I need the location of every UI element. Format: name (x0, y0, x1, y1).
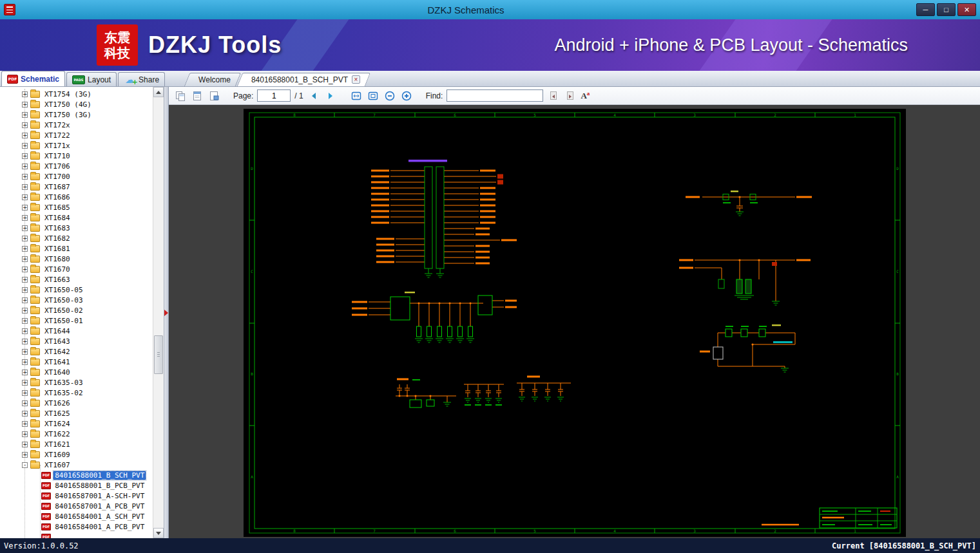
expand-icon[interactable]: + (22, 411, 28, 417)
scrollbar-thumb[interactable] (154, 335, 163, 374)
close-button[interactable]: ✕ (957, 3, 976, 16)
expand-icon[interactable]: + (22, 297, 28, 303)
tree-folder[interactable]: +XT1706 (0, 161, 153, 171)
tree-folder[interactable]: +XT1640 (0, 367, 153, 377)
close-tab-icon[interactable]: × (352, 75, 360, 84)
expand-icon[interactable]: + (22, 164, 28, 169)
expand-icon[interactable]: + (22, 370, 28, 375)
expand-icon[interactable]: + (22, 184, 28, 190)
tree-folder[interactable]: +XT1624 (0, 418, 153, 429)
expand-icon[interactable]: + (22, 174, 28, 180)
find-input[interactable] (447, 89, 543, 102)
tree-folder[interactable]: +XT1680 (0, 254, 153, 264)
tree-folder[interactable]: +XT1642 (0, 346, 153, 357)
expand-icon[interactable]: + (22, 143, 28, 149)
next-page-button[interactable] (324, 89, 337, 102)
tree-folder[interactable]: +XT1625 (0, 408, 153, 418)
tree-folder[interactable]: +XT1621 (0, 439, 153, 449)
tree-folder[interactable]: +XT1686 (0, 192, 153, 202)
prev-page-button[interactable] (307, 89, 320, 102)
collapse-arrow-icon[interactable] (164, 310, 168, 316)
expand-icon[interactable]: + (22, 225, 28, 231)
tree-folder[interactable]: +XT172x (0, 120, 153, 130)
tree-folder[interactable]: +XT1681 (0, 243, 153, 254)
tree-document[interactable]: PDF (0, 532, 153, 538)
expand-icon[interactable]: + (22, 380, 28, 386)
expand-icon[interactable]: + (22, 328, 28, 334)
expand-icon[interactable]: + (22, 431, 28, 437)
multi-page-view-icon[interactable] (191, 89, 204, 102)
tree-folder[interactable]: +XT1635-02 (0, 388, 153, 398)
tree-folder[interactable]: +XT1626 (0, 398, 153, 408)
expand-icon[interactable]: + (22, 318, 28, 324)
expand-icon[interactable]: + (22, 246, 28, 252)
expand-icon[interactable]: + (22, 277, 28, 283)
tree-folder[interactable]: +XT1622 (0, 429, 153, 439)
expand-icon[interactable]: + (22, 267, 28, 272)
app-tab-schematic[interactable]: PDFSchematic (1, 71, 65, 86)
tree-folder[interactable]: +XT1684 (0, 212, 153, 223)
tree-folder[interactable]: +XT1609 (0, 449, 153, 460)
doc-tab[interactable]: Welcome (187, 73, 238, 86)
tree-folder[interactable]: +XT1663 (0, 274, 153, 285)
tree-folder[interactable]: +XT1650-05 (0, 285, 153, 295)
expand-icon[interactable]: + (22, 153, 28, 159)
scroll-down-button[interactable] (153, 528, 164, 538)
expand-icon[interactable]: + (22, 287, 28, 293)
expand-icon[interactable]: + (22, 215, 28, 221)
tree-folder[interactable]: +XT1650-03 (0, 295, 153, 305)
panel-splitter[interactable] (164, 87, 169, 538)
tree-folder[interactable]: +XT1700 (0, 171, 153, 182)
maximize-button[interactable]: □ (937, 3, 956, 16)
app-tab-share[interactable]: ☁Share (118, 72, 165, 86)
tree-document[interactable]: PDF84016584001_A_PCB_PVT (0, 521, 153, 532)
app-tab-layout[interactable]: PADSLayout (66, 72, 117, 86)
collapse-icon[interactable]: - (22, 462, 28, 468)
expand-icon[interactable]: + (22, 102, 28, 108)
tree-document[interactable]: PDF84016587001_A_PCB_PVT (0, 501, 153, 511)
tree-folder[interactable]: +XT1710 (0, 151, 153, 161)
expand-icon[interactable]: + (22, 421, 28, 427)
tree-folder[interactable]: +XT1650-02 (0, 305, 153, 315)
tree-folder[interactable]: +XT171x (0, 140, 153, 151)
expand-icon[interactable]: + (22, 205, 28, 211)
expand-icon[interactable]: + (22, 349, 28, 355)
expand-icon[interactable]: + (22, 133, 28, 138)
scroll-up-button[interactable] (153, 87, 164, 97)
tree-folder[interactable]: +XT1685 (0, 202, 153, 212)
expand-icon[interactable]: + (22, 236, 28, 241)
expand-icon[interactable]: + (22, 442, 28, 447)
snapshot-icon[interactable] (207, 89, 220, 102)
fit-width-button[interactable] (350, 89, 363, 102)
tree-folder[interactable]: +XT1682 (0, 233, 153, 243)
tree-folder[interactable]: +XT1635-03 (0, 377, 153, 388)
tree-folder[interactable]: +XT1750 (3G) (0, 109, 153, 120)
expand-icon[interactable]: + (22, 122, 28, 128)
expand-icon[interactable]: + (22, 339, 28, 344)
tree-document[interactable]: PDF84016584001_A_SCH_PVT (0, 511, 153, 521)
tree-scrollbar[interactable] (153, 87, 164, 538)
zoom-out-button[interactable] (383, 89, 396, 102)
fit-page-button[interactable] (367, 89, 380, 102)
tree-document[interactable]: PDF84016587001_A-SCH-PVT (0, 491, 153, 501)
tree-folder[interactable]: +XT1641 (0, 357, 153, 367)
page-number-input[interactable] (257, 89, 291, 102)
expand-icon[interactable]: + (22, 390, 28, 396)
expand-icon[interactable]: + (22, 256, 28, 262)
tree-document[interactable]: PDF84016588001_B_SCH_PVT (0, 470, 153, 480)
tree-folder[interactable]: +XT1722 (0, 130, 153, 140)
copy-page-icon[interactable] (174, 89, 187, 102)
tree-folder[interactable]: -XT1607 (0, 460, 153, 470)
tree-folder[interactable]: +XT1687 (0, 182, 153, 192)
expand-icon[interactable]: + (22, 308, 28, 314)
tree-folder[interactable]: +XT1683 (0, 223, 153, 233)
minimize-button[interactable]: ─ (916, 3, 935, 16)
zoom-in-button[interactable] (400, 89, 413, 102)
expand-icon[interactable]: + (22, 400, 28, 406)
expand-icon[interactable]: + (22, 112, 28, 118)
schematic-page[interactable]: 8877665544332211DDCCBBAA (244, 109, 906, 537)
tree-folder[interactable]: +XT1754 (3G) (0, 89, 153, 99)
expand-icon[interactable]: + (22, 359, 28, 365)
doc-tab[interactable]: 84016588001_B_SCH_PVT× (240, 73, 368, 86)
find-prev-button[interactable] (547, 89, 560, 102)
